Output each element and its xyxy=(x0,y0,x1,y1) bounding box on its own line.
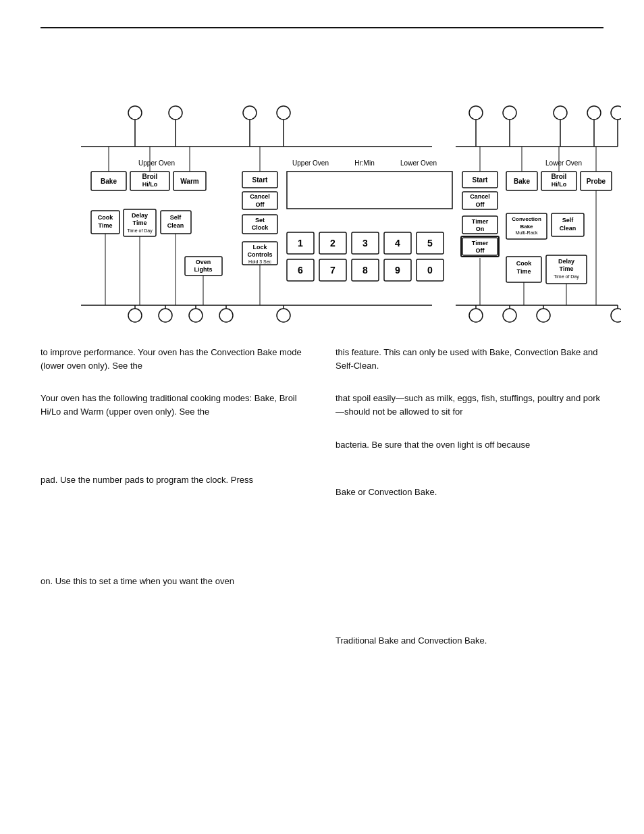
svg-point-38 xyxy=(611,309,621,322)
svg-text:Time of Day: Time of Day xyxy=(554,274,579,280)
svg-point-12 xyxy=(128,309,142,322)
svg-point-28 xyxy=(587,106,601,120)
svg-point-26 xyxy=(554,106,567,120)
svg-text:Clean: Clean xyxy=(560,225,576,232)
oven-lights-button[interactable]: Oven xyxy=(196,259,211,265)
num-8[interactable]: 8 xyxy=(363,265,368,276)
svg-point-20 xyxy=(277,309,290,322)
oven-diagram: Upper Oven Bake Broil Hi/Lo Warm Start C… xyxy=(41,42,621,325)
svg-text:Lights: Lights xyxy=(194,266,213,273)
para2: Your oven has the following traditional … xyxy=(41,392,308,419)
display-lower-oven-label: Lower Oven xyxy=(400,159,437,167)
bake-button-lower[interactable]: Bake xyxy=(514,178,530,185)
text-block-7: bacteria. Be sure that the oven light is… xyxy=(336,438,603,452)
text-block-5: this feature. This can only be used with… xyxy=(336,346,603,373)
text-block-2: Your oven has the following traditional … xyxy=(41,392,308,419)
num-7[interactable]: 7 xyxy=(330,265,336,276)
svg-point-6 xyxy=(169,106,182,120)
para6: that spoil easily—such as milk, eggs, fi… xyxy=(336,392,603,419)
cook-time-button-upper[interactable]: Cook xyxy=(98,214,113,221)
upper-oven-label: Upper Oven xyxy=(138,159,175,167)
top-rule xyxy=(41,27,603,28)
svg-point-14 xyxy=(159,309,172,322)
lower-oven-label: Lower Oven xyxy=(545,159,582,167)
svg-point-34 xyxy=(503,309,516,322)
text-block-9: Traditional Bake and Convection Bake. xyxy=(336,634,603,648)
svg-point-8 xyxy=(243,106,257,120)
svg-text:Controls: Controls xyxy=(248,251,273,258)
svg-text:Time: Time xyxy=(99,222,113,229)
para8: Bake or Convection Bake. xyxy=(336,486,603,499)
para1: to improve performance. Your oven has th… xyxy=(41,346,308,373)
num-1[interactable]: 1 xyxy=(298,238,303,249)
convection-bake-button[interactable]: Convection xyxy=(512,216,541,222)
para7: bacteria. Be sure that the oven light is… xyxy=(336,438,603,452)
num-6[interactable]: 6 xyxy=(298,265,303,276)
para4: on. Use this to set a time when you want… xyxy=(41,575,308,588)
svg-text:Bake: Bake xyxy=(520,224,533,230)
bake-button-upper[interactable]: Bake xyxy=(101,178,117,185)
broil-button-upper[interactable]: Broil xyxy=(142,173,158,180)
timer-off-button[interactable]: Timer xyxy=(472,240,489,246)
delay-time-button-upper[interactable]: Delay xyxy=(132,212,148,219)
para5: this feature. This can only be used with… xyxy=(336,346,603,373)
display-hr-min-label: Hr:Min xyxy=(354,159,374,167)
set-clock-button[interactable]: Set xyxy=(255,217,265,224)
svg-text:Hi/Lo: Hi/Lo xyxy=(142,181,158,188)
para9: Traditional Bake and Convection Bake. xyxy=(336,634,603,648)
cancel-button-upper[interactable]: Cancel xyxy=(250,193,270,200)
cook-time-button-lower[interactable]: Cook xyxy=(516,260,532,267)
broil-button-lower[interactable]: Broil xyxy=(552,173,567,180)
num-5[interactable]: 5 xyxy=(427,238,433,249)
svg-point-22 xyxy=(469,106,483,120)
svg-point-30 xyxy=(611,106,621,120)
delay-time-button-lower[interactable]: Delay xyxy=(558,258,574,265)
svg-text:Off: Off xyxy=(476,247,485,254)
lock-controls-button[interactable]: Lock xyxy=(252,244,267,251)
diagram-svg: Upper Oven Bake Broil Hi/Lo Warm Start C… xyxy=(41,42,621,325)
start-button-upper[interactable]: Start xyxy=(252,176,268,184)
svg-text:Off: Off xyxy=(256,201,265,208)
text-block-6: that spoil easily—such as milk, eggs, fi… xyxy=(336,392,603,419)
num-2[interactable]: 2 xyxy=(330,238,336,249)
svg-point-24 xyxy=(503,106,516,120)
content-area: to improve performance. Your oven has th… xyxy=(41,346,603,667)
svg-point-16 xyxy=(189,309,203,322)
self-clean-button-lower[interactable]: Self xyxy=(562,217,574,224)
text-block-4: on. Use this to set a time when you want… xyxy=(41,575,308,588)
svg-text:Clock: Clock xyxy=(252,224,269,231)
content-col1: to improve performance. Your oven has th… xyxy=(41,346,308,667)
cancel-button-lower[interactable]: Cancel xyxy=(470,193,490,200)
start-button-lower[interactable]: Start xyxy=(473,176,488,184)
svg-text:Hi/Lo: Hi/Lo xyxy=(552,181,567,188)
probe-button[interactable]: Probe xyxy=(587,178,606,185)
svg-text:Multi-Rack: Multi-Rack xyxy=(515,230,538,235)
page: Upper Oven Bake Broil Hi/Lo Warm Start C… xyxy=(0,0,644,694)
num-3[interactable]: 3 xyxy=(363,238,368,249)
svg-text:Off: Off xyxy=(476,201,485,208)
svg-text:Time: Time xyxy=(517,268,531,275)
svg-point-32 xyxy=(469,309,483,322)
content-col2: this feature. This can only be used with… xyxy=(336,346,603,667)
num-0[interactable]: 0 xyxy=(427,265,433,276)
text-block-8: Bake or Convection Bake. xyxy=(336,486,603,499)
warm-button-upper[interactable]: Warm xyxy=(180,178,199,185)
svg-point-36 xyxy=(537,309,550,322)
timer-on-button[interactable]: Timer xyxy=(472,218,489,225)
self-clean-button-upper[interactable]: Self xyxy=(170,214,182,221)
text-block-1: to improve performance. Your oven has th… xyxy=(41,346,308,373)
svg-text:Clean: Clean xyxy=(167,222,184,229)
svg-text:Time of Day: Time of Day xyxy=(127,228,153,234)
svg-point-4 xyxy=(128,106,142,120)
display-upper-oven-label: Upper Oven xyxy=(292,159,329,167)
svg-point-10 xyxy=(277,106,290,120)
svg-point-18 xyxy=(219,309,233,322)
svg-text:Time: Time xyxy=(133,219,147,226)
svg-text:Time: Time xyxy=(560,265,574,272)
num-4[interactable]: 4 xyxy=(395,238,400,249)
para3: pad. Use the number pads to program the … xyxy=(41,473,308,487)
svg-text:Hold 3 Sec: Hold 3 Sec xyxy=(248,259,272,264)
text-block-3: pad. Use the number pads to program the … xyxy=(41,473,308,487)
num-9[interactable]: 9 xyxy=(395,265,400,276)
svg-text:On: On xyxy=(476,226,485,232)
